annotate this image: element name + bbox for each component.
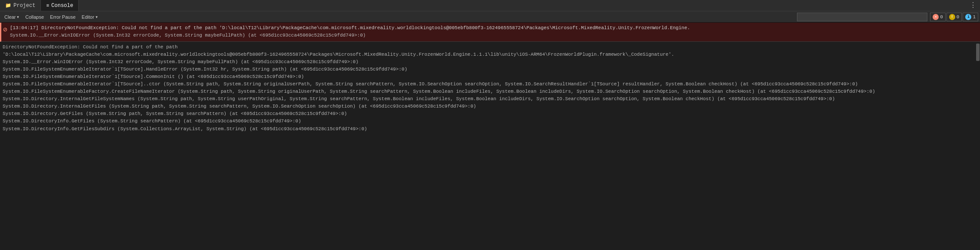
clear-label: Clear xyxy=(4,14,16,20)
tab-project-label: Project xyxy=(13,3,35,9)
tab-bar: 📁 Project ≡ Console ⋮ xyxy=(0,0,980,11)
warning-badge-count: 0 xyxy=(957,14,960,20)
editor-label: Editor xyxy=(82,14,94,20)
log-line: System.IO.Directory.InternalGetFileSyste… xyxy=(3,95,973,103)
error-bar-line2: System.IO.__Error.WinIOError (System.Int… xyxy=(10,32,690,39)
warning-badge-icon: ! xyxy=(949,14,955,20)
info-badge[interactable]: i 1 xyxy=(963,13,978,21)
log-line: DirectoryNotFoundException: Could not fi… xyxy=(3,44,973,51)
badge-container: ✕ 0 ! 0 i 1 xyxy=(930,13,978,21)
log-area[interactable]: DirectoryNotFoundException: Could not fi… xyxy=(0,42,976,250)
main-content: DirectoryNotFoundException: Could not fi… xyxy=(0,42,980,250)
log-line: 'D:\local\T12\Library\PackageCache\com.m… xyxy=(3,51,973,58)
tab-console-label: Console xyxy=(51,3,73,9)
warning-badge[interactable]: ! 0 xyxy=(947,13,962,21)
error-badge-icon: ✕ xyxy=(933,14,939,20)
search-input[interactable] xyxy=(797,13,927,21)
tab-console[interactable]: ≡ Console xyxy=(41,0,79,11)
editor-dropdown-icon: ▾ xyxy=(96,15,98,19)
log-line: System.IO.DirectoryInfo.GetFiles (System… xyxy=(3,118,973,125)
error-pause-button[interactable]: Error Pause xyxy=(47,12,78,22)
scrollbar[interactable] xyxy=(976,42,980,250)
log-line: System.IO.FileSystemEnumerableIterator`1… xyxy=(3,81,973,88)
toolbar: Clear ▾ Collapse Error Pause Editor ▾ ✕ … xyxy=(0,11,980,23)
scrollbar-thumb[interactable] xyxy=(976,44,980,61)
collapse-label: Collapse xyxy=(25,14,44,20)
more-menu-button[interactable]: ⋮ xyxy=(966,0,980,11)
collapse-button[interactable]: Collapse xyxy=(23,12,47,22)
error-badge[interactable]: ✕ 0 xyxy=(930,13,946,21)
log-line: System.IO.DirectoryInfo.GetFilesSubdirs … xyxy=(3,125,973,133)
info-badge-count: 1 xyxy=(973,14,976,20)
error-bar-text: [13:04:17] DirectoryNotFoundException: C… xyxy=(10,24,690,39)
error-bar-line1: [13:04:17] DirectoryNotFoundException: C… xyxy=(10,24,690,32)
log-line: System.IO.__Error.WinIOError (System.Int… xyxy=(3,58,973,66)
tab-project[interactable]: 📁 Project xyxy=(0,0,41,11)
console-icon: ≡ xyxy=(46,3,49,8)
error-badge-count: 0 xyxy=(940,14,943,20)
editor-button[interactable]: Editor ▾ xyxy=(79,12,100,22)
clear-dropdown-icon: ▾ xyxy=(17,15,19,19)
project-icon: 📁 xyxy=(5,3,11,8)
error-bar-icon: ⊘ xyxy=(3,25,7,34)
clear-button[interactable]: Clear ▾ xyxy=(2,12,22,22)
log-line: System.IO.FileSystemEnumerableFactory.Cr… xyxy=(3,88,973,95)
log-line: System.IO.FileSystemEnumerableIterator`1… xyxy=(3,73,973,81)
log-line: System.IO.FileSystemEnumerableIterator`1… xyxy=(3,66,973,73)
log-line: System.IO.Directory.InternalGetFiles (Sy… xyxy=(3,103,973,110)
error-pause-label: Error Pause xyxy=(50,14,76,20)
info-badge-icon: i xyxy=(965,14,971,20)
search-container xyxy=(797,13,927,21)
error-notification-bar[interactable]: ⊘ [13:04:17] DirectoryNotFoundException:… xyxy=(0,23,980,42)
log-line: System.IO.Directory.GetFiles (System.Str… xyxy=(3,110,973,118)
